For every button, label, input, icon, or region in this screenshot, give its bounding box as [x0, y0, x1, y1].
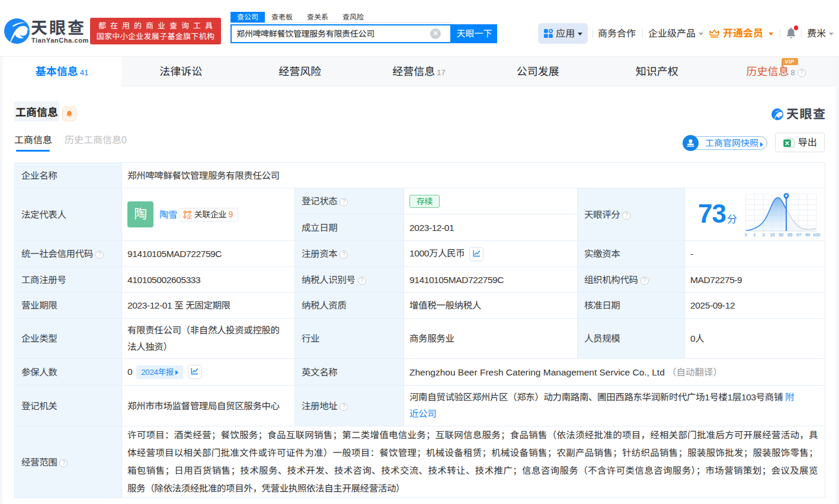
svg-text:1: 1: [753, 232, 756, 237]
svg-text:50: 50: [779, 232, 784, 237]
svg-text:企: 企: [187, 212, 192, 219]
svg-text:85: 85: [787, 232, 793, 237]
svg-text:0: 0: [745, 232, 747, 237]
svg-text:97: 97: [796, 232, 802, 237]
svg-text:100: 100: [813, 232, 821, 237]
svg-text:15: 15: [770, 232, 775, 237]
svg-text:3: 3: [762, 232, 765, 237]
svg-text:99: 99: [805, 232, 811, 237]
